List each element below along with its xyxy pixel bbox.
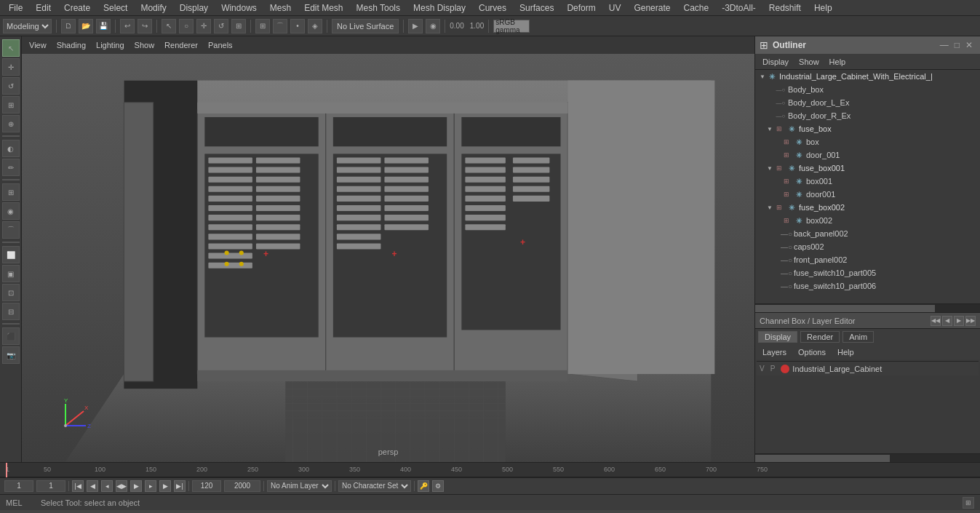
snap-grid-l-btn[interactable]: ⊞ [2,183,20,201]
tree-item-body-door-r[interactable]: —○ Body_door_R_Ex [755,109,980,122]
move-mode-btn[interactable]: ✛ [2,58,20,76]
save-scene-btn[interactable]: 💾 [96,19,111,33]
tree-item-fuse-switch10-part005[interactable]: —○ fuse_switch10_part005 [755,266,980,279]
outliner-hscrollbar[interactable] [755,303,980,312]
ch-help-menu[interactable]: Help [833,347,859,357]
outliner-help-menu[interactable]: Help [825,57,850,67]
fuse-box001-toggle[interactable]: ▼ [765,164,774,172]
body-box-toggle[interactable] [770,85,776,94]
menu-modify[interactable]: Modify [135,1,172,15]
ch-options-menu[interactable]: Options [794,347,830,357]
vp-panels-menu[interactable]: Panels [204,40,237,50]
outliner-show-menu[interactable]: Show [794,57,824,67]
vp-view-menu[interactable]: View [25,40,51,50]
snap-view-btn[interactable]: ◈ [308,19,322,33]
time-ruler[interactable]: 1 50 100 150 200 250 300 350 400 450 500… [0,463,980,477]
ch-layers-menu[interactable]: Layers [758,347,791,357]
select-mode-btn[interactable]: ↖ [2,39,20,57]
next-key-btn[interactable]: ▸ [145,480,156,492]
menu-deform[interactable]: Deform [561,1,601,15]
outliner-tree[interactable]: ▼ ✳ Industrial_Large_Cabinet_With_Electr… [755,70,980,303]
menu-3dtoall[interactable]: -3DtoAll- [716,1,762,15]
outliner-close-btn[interactable]: ✕ [963,40,976,50]
tree-item-door001[interactable]: ⊞ ✳ door001 [755,188,980,201]
ch-tab-display[interactable]: Display [758,331,797,343]
outliner-hscroll-thumb[interactable] [755,305,935,312]
menu-display[interactable]: Display [174,1,214,15]
tree-item-front-panel002[interactable]: —○ front_panel002 [755,253,980,266]
char-set-select[interactable]: No Character Set [338,480,411,492]
snap-curve-l-btn[interactable]: ⌒ [2,221,20,239]
prev-frame-btn[interactable]: ◀ [87,480,98,492]
menu-edit[interactable]: Edit [30,1,57,15]
status-icon-1[interactable]: ⊞ [963,497,974,509]
snap-grid-btn[interactable]: ⊞ [255,19,270,33]
menu-select[interactable]: Select [97,1,133,15]
tree-item-body-box[interactable]: —○ Body_box [755,83,980,96]
tree-item-fuse-box002[interactable]: ▼ ⊞ ✳ fuse_box002 [755,201,980,214]
display-2-btn[interactable]: ▣ [2,265,20,282]
vp-lighting-menu[interactable]: Lighting [92,40,129,50]
ch-hscrollbar[interactable] [755,453,980,462]
menu-generate[interactable]: Generate [628,1,676,15]
ch-tab-anim[interactable]: Anim [842,331,874,343]
display-4-btn[interactable]: ⊟ [2,303,20,320]
layer-color-swatch[interactable] [781,365,789,373]
ch-tab-render[interactable]: Render [800,331,840,343]
tree-item-fuse-switch10-part006[interactable]: —○ fuse_switch10_part006 [755,279,980,293]
tree-item-door-001[interactable]: ⊞ ✳ door_001 [755,148,980,162]
menu-help[interactable]: Help [808,1,838,15]
menu-windows[interactable]: Windows [215,1,263,15]
key-settings-btn[interactable]: 🔑 [418,480,429,492]
ch-nav-next-btn[interactable]: ▶ [954,316,964,326]
play-back-btn[interactable]: ◀▶ [116,480,127,492]
mode-dropdown[interactable]: Modeling [3,19,52,33]
start-frame-input[interactable]: 1 [4,480,33,492]
color-display[interactable]: sRGB gamma [493,20,530,33]
snap-curve-btn[interactable]: ⌒ [273,19,287,33]
snap-point-l-btn[interactable]: ◉ [2,202,20,220]
go-end-btn[interactable]: ▶| [174,480,186,492]
time-cursor[interactable] [6,463,7,477]
render-btn[interactable]: ▶ [408,19,423,33]
paint-btn[interactable]: ✏ [2,159,20,176]
tree-item-back-panel002[interactable]: —○ back_panel002 [755,227,980,240]
vp-shading-menu[interactable]: Shading [52,40,90,50]
menu-mesh-tools[interactable]: Mesh Tools [351,1,406,15]
new-scene-btn[interactable]: 🗋 [61,19,76,33]
display-3-btn[interactable]: ⊡ [2,284,20,301]
tree-item-box002[interactable]: ⊞ ✳ box002 [755,214,980,227]
menu-edit-mesh[interactable]: Edit Mesh [298,1,348,15]
scene-3d[interactable]: + [22,36,754,462]
fuse-box002-toggle[interactable]: ▼ [765,203,774,212]
outliner-display-menu[interactable]: Display [758,57,793,67]
render-region-btn[interactable]: ⬛ [2,327,20,345]
menu-mesh[interactable]: Mesh [264,1,297,15]
prev-key-btn[interactable]: ◂ [101,480,113,492]
menu-uv[interactable]: UV [603,1,627,15]
tree-item-box[interactable]: ⊞ ✳ box [755,135,980,148]
menu-mesh-display[interactable]: Mesh Display [407,1,471,15]
tree-item-fuse-box[interactable]: ▼ ⊞ ✳ fuse_box [755,122,980,135]
ch-nav-prev-btn[interactable]: ◀ [942,316,952,326]
ch-scroll-thumb[interactable] [755,455,890,462]
rotate-btn[interactable]: ↺ [214,19,228,33]
menu-surfaces[interactable]: Surfaces [514,1,559,15]
go-start-btn[interactable]: |◀ [72,480,84,492]
camera-btn[interactable]: 📷 [2,346,20,364]
outliner-minimize-btn[interactable]: — [937,40,952,50]
soft-select-btn[interactable]: ◐ [2,140,20,157]
scale-btn[interactable]: ⊞ [231,19,246,33]
rotate-mode-btn[interactable]: ↺ [2,77,20,95]
ch-nav-right-btn[interactable]: ▶▶ [965,316,976,326]
root-toggle[interactable]: ▼ [758,72,767,81]
live-surface-btn[interactable]: No Live Surface [332,19,399,33]
undo-btn[interactable]: ↩ [120,19,135,33]
play-fwd-btn[interactable]: ▶ [130,480,142,492]
fuse-box-toggle[interactable]: ▼ [765,124,774,133]
select-tool-btn[interactable]: ↖ [162,19,176,33]
ipr-btn[interactable]: ◉ [426,19,440,33]
menu-curves[interactable]: Curves [473,1,512,15]
menu-redshift[interactable]: Redshift [763,1,807,15]
universal-manip-btn[interactable]: ⊕ [2,115,20,132]
